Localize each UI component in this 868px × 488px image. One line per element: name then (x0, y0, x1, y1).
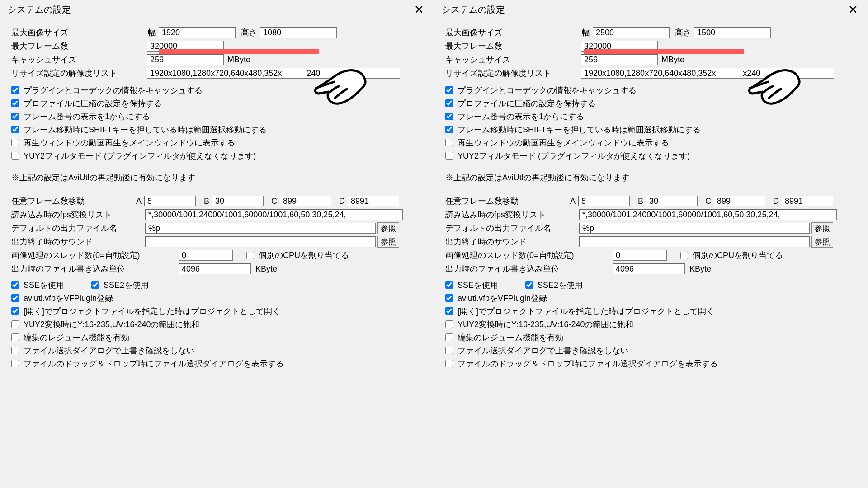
option-checkbox[interactable] (11, 152, 19, 160)
cache-input[interactable] (581, 54, 658, 65)
option-checkbox[interactable] (11, 126, 19, 133)
outfile-browse-button[interactable]: 参照 (811, 222, 833, 234)
width-input[interactable] (159, 27, 236, 38)
option-label: 再生ウィンドウの動画再生をメインウィンドウに表示する (458, 137, 669, 148)
option-checkbox[interactable] (11, 139, 19, 146)
option-checkbox[interactable] (11, 86, 19, 94)
jump-b-label: B (630, 197, 643, 206)
resize-input[interactable] (581, 68, 834, 79)
checkbox-row: フレーム番号の表示を1からにする (11, 110, 425, 123)
width-input[interactable] (593, 27, 670, 38)
option-label: aviutl.vfpをVFPlugin登録 (458, 293, 547, 304)
option-checkbox[interactable] (11, 99, 19, 107)
jump-d-input[interactable] (782, 196, 833, 206)
writeunit-input[interactable] (613, 263, 685, 274)
option-label: aviutl.vfpをVFPlugin登録 (24, 293, 113, 304)
maxsize-label: 最大画像サイズ (445, 27, 574, 38)
option-label: 編集のレジューム機能を有効 (458, 332, 563, 343)
option-label: ファイル選択ダイアログで上書き確認をしない (458, 345, 628, 356)
option-checkbox[interactable] (445, 360, 453, 367)
percpu-checkbox[interactable] (246, 252, 254, 259)
writeunit-input[interactable] (179, 263, 251, 274)
writeunit-label: 出力時のファイル書き込み単位 (11, 263, 179, 274)
option-label: 編集のレジューム機能を有効 (24, 332, 129, 343)
writeunit-unit: KByte (689, 264, 711, 274)
sse-checkbox[interactable] (445, 281, 453, 289)
option-checkbox[interactable] (11, 320, 19, 328)
outfile-browse-button[interactable]: 参照 (377, 222, 399, 234)
sse-checkbox[interactable] (11, 281, 19, 289)
jump-a-label: A (130, 197, 142, 206)
cache-input[interactable] (147, 54, 224, 65)
resize-label: リサイズ設定の解像度リスト (11, 68, 147, 79)
checkbox-row: ファイルのドラッグ＆ドロップ時にファイル選択ダイアログを表示する (445, 357, 859, 370)
checkbox-row: ファイルのドラッグ＆ドロップ時にファイル選択ダイアログを表示する (11, 357, 425, 370)
outfile-input[interactable] (145, 223, 376, 234)
threads-input[interactable] (179, 250, 233, 261)
sound-browse-button[interactable]: 参照 (811, 236, 833, 248)
option-checkbox[interactable] (445, 347, 453, 354)
jump-c-input[interactable] (280, 196, 331, 206)
checks2: aviutl.vfpをVFPlugin登録[開く]でプロジェクトファイルを指定し… (445, 291, 859, 370)
restart-note: ※上記の設定はAviUtlの再起動後に有効になります (11, 172, 425, 183)
sse2-checkbox[interactable] (91, 281, 99, 289)
jump-d-input[interactable] (348, 196, 399, 206)
title: システムの設定 (8, 4, 409, 16)
option-checkbox[interactable] (445, 294, 453, 302)
cache-label: キャッシュサイズ (445, 54, 581, 65)
option-label: YUY2フィルタモード (プラグインフィルタが使えなくなります) (24, 150, 256, 161)
checks1: プラグインとコーデックの情報をキャッシュするプロファイルに圧縮の設定を保持するフ… (11, 84, 425, 162)
option-checkbox[interactable] (445, 333, 453, 341)
option-label: ファイルのドラッグ＆ドロップ時にファイル選択ダイアログを表示する (458, 358, 718, 369)
separator (445, 188, 859, 188)
sound-input[interactable] (145, 236, 376, 247)
outfile-label: デフォルトの出力ファイル名 (445, 223, 579, 234)
jump-a-input[interactable] (578, 196, 630, 206)
checkbox-row: [開く]でプロジェクトファイルを指定した時はプロジェクトとして開く (11, 305, 425, 318)
jump-c-input[interactable] (714, 196, 765, 206)
sound-browse-button[interactable]: 参照 (377, 236, 399, 248)
content: 最大画像サイズ 幅 高さ 最大フレーム数 キャッシュサイズ MByte リサイズ… (0, 19, 434, 370)
percpu-checkbox[interactable] (680, 252, 688, 259)
option-label: ファイルのドラッグ＆ドロップ時にファイル選択ダイアログを表示する (24, 358, 284, 369)
fps-input[interactable] (145, 209, 403, 220)
checks2: aviutl.vfpをVFPlugin登録[開く]でプロジェクトファイルを指定し… (11, 291, 425, 370)
option-checkbox[interactable] (11, 294, 19, 302)
jump-b-input[interactable] (646, 196, 698, 206)
option-checkbox[interactable] (11, 113, 19, 120)
sound-input[interactable] (579, 236, 810, 247)
option-checkbox[interactable] (445, 320, 453, 328)
close-icon[interactable]: ✕ (843, 1, 863, 19)
sse-label: SSEを使用 (24, 280, 91, 291)
option-checkbox[interactable] (445, 113, 453, 120)
jump-b-input[interactable] (212, 196, 264, 206)
cache-label: キャッシュサイズ (11, 54, 147, 65)
resize-input[interactable] (147, 68, 400, 79)
option-checkbox[interactable] (11, 307, 19, 315)
option-checkbox[interactable] (445, 86, 453, 94)
option-label: 再生ウィンドウの動画再生をメインウィンドウに表示する (24, 137, 235, 148)
threads-input[interactable] (613, 250, 667, 261)
maxframes-label: 最大フレーム数 (11, 41, 147, 52)
height-input[interactable] (260, 27, 337, 38)
option-checkbox[interactable] (445, 152, 453, 160)
jump-label: 任意フレーム数移動 (445, 196, 564, 206)
fps-label: 読み込み時のfps変換リスト (445, 209, 579, 220)
fps-input[interactable] (579, 209, 837, 220)
option-label: YUY2フィルタモード (プラグインフィルタが使えなくなります) (458, 150, 690, 161)
option-checkbox[interactable] (11, 333, 19, 341)
option-checkbox[interactable] (445, 126, 453, 133)
jump-a-input[interactable] (144, 196, 196, 206)
option-label: フレーム番号の表示を1からにする (24, 111, 150, 122)
sse2-checkbox[interactable] (525, 281, 533, 289)
option-checkbox[interactable] (11, 347, 19, 354)
option-checkbox[interactable] (445, 99, 453, 107)
titlebar: システムの設定 ✕ (434, 0, 868, 19)
height-input[interactable] (694, 27, 771, 38)
close-icon[interactable]: ✕ (409, 1, 429, 19)
outfile-input[interactable] (579, 223, 810, 234)
jump-c-label: C (264, 197, 277, 206)
option-checkbox[interactable] (445, 139, 453, 146)
option-checkbox[interactable] (445, 307, 453, 315)
option-checkbox[interactable] (11, 360, 19, 367)
